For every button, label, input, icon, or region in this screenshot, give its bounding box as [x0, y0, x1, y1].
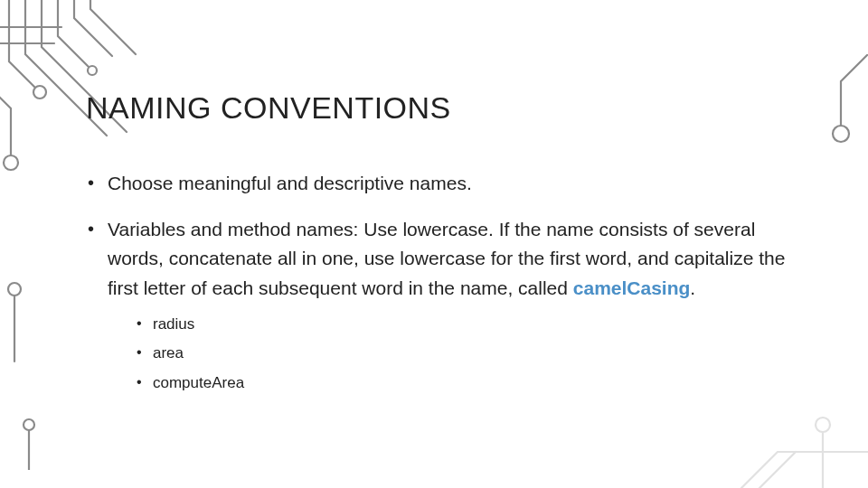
- svg-point-5: [833, 126, 849, 142]
- svg-point-6: [816, 418, 830, 432]
- circuit-decoration-left: [0, 199, 54, 470]
- svg-point-2: [4, 155, 18, 170]
- bullet-text-accent: camelCasing: [573, 277, 691, 298]
- svg-point-1: [88, 66, 97, 75]
- svg-point-3: [8, 283, 21, 296]
- sub-bullet-item: area: [135, 339, 814, 368]
- svg-point-0: [33, 86, 46, 99]
- sub-bullet-item: radius: [135, 310, 814, 339]
- svg-point-4: [24, 419, 34, 430]
- slide-content: NAMING CONVENTIONS Choose meaningful and…: [86, 90, 814, 414]
- bullet-item: Choose meaningful and descriptive names.: [86, 169, 814, 199]
- bullet-text-suffix: .: [690, 277, 695, 298]
- slide-title: NAMING CONVENTIONS: [86, 90, 814, 126]
- bullet-item: Variables and method names: Use lowercas…: [86, 215, 814, 399]
- sub-bullet-list: radius area computeArea: [135, 310, 814, 398]
- bullet-list: Choose meaningful and descriptive names.…: [86, 169, 814, 398]
- sub-bullet-item: computeArea: [135, 369, 814, 398]
- slide: NAMING CONVENTIONS Choose meaningful and…: [0, 0, 868, 488]
- bullet-text: Choose meaningful and descriptive names.: [108, 173, 472, 193]
